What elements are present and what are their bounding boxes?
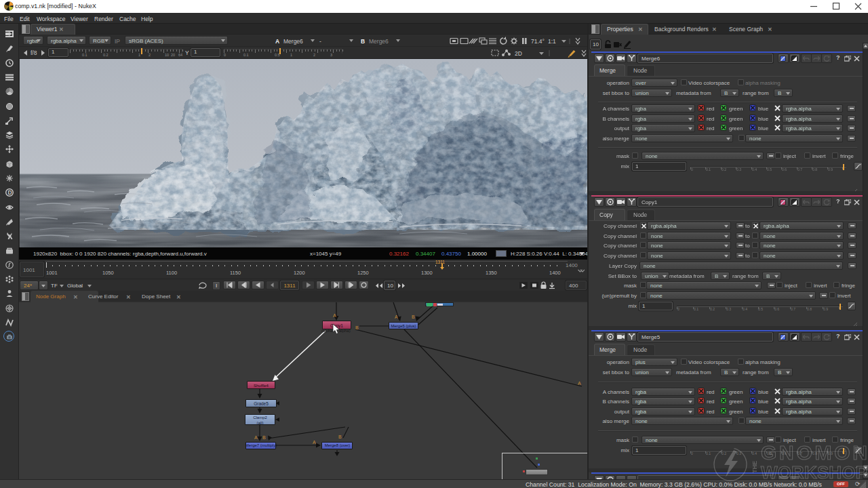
svg-text:GNOMON: GNOMON (761, 441, 868, 464)
svg-text:WORKSHOP: WORKSHOP (761, 462, 868, 481)
svg-text:B: B (262, 435, 266, 440)
svg-text:A: A (578, 381, 581, 386)
svg-text:B: B (338, 434, 342, 439)
svg-text:THE: THE (751, 461, 758, 473)
svg-text:B: B (355, 325, 359, 330)
svg-text:A: A (254, 435, 258, 440)
svg-text:A: A (333, 313, 336, 318)
svg-text:71.4°: 71.4° (531, 38, 545, 45)
svg-text:D: D (7, 189, 12, 196)
svg-text:2D: 2D (515, 50, 522, 57)
svg-text:A: A (395, 314, 398, 319)
svg-text:A: A (313, 440, 316, 445)
svg-text:B: B (412, 314, 415, 319)
svg-text:1:1: 1:1 (548, 38, 556, 45)
